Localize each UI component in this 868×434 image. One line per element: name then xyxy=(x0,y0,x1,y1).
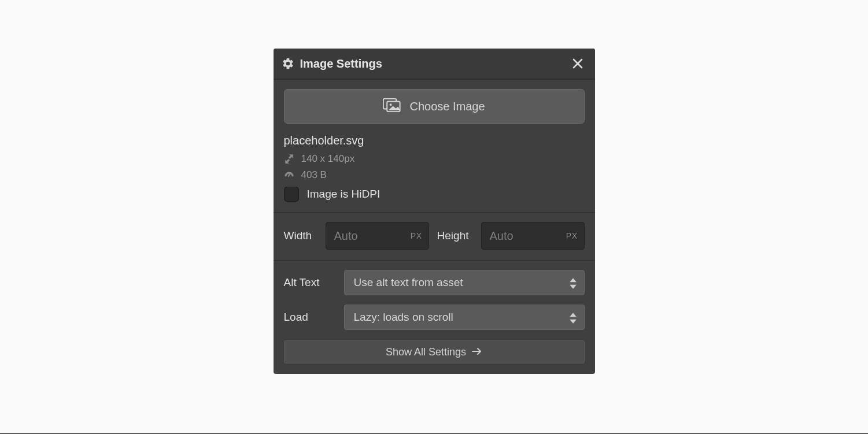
alt-text-label: Alt Text xyxy=(284,276,336,289)
filesize-icon xyxy=(284,170,294,180)
file-dimensions: 140 x 140px xyxy=(301,153,355,165)
arrow-right-icon xyxy=(472,346,482,358)
file-dimensions-row: 140 x 140px xyxy=(284,153,585,165)
hidpi-checkbox[interactable] xyxy=(284,187,299,202)
image-settings-panel: Image Settings Choose Image placeholder.… xyxy=(274,49,595,374)
dimensions-section: Width PX Height PX xyxy=(274,212,595,260)
options-section: Alt Text Use alt text from asset Load La… xyxy=(274,260,595,340)
updown-icon xyxy=(569,277,577,288)
height-unit: PX xyxy=(566,231,578,240)
alt-text-select[interactable]: Use alt text from asset xyxy=(344,270,585,295)
show-all-label: Show All Settings xyxy=(386,346,466,358)
show-all-settings-button[interactable]: Show All Settings xyxy=(284,340,585,363)
updown-icon xyxy=(569,312,577,322)
load-label: Load xyxy=(284,311,336,324)
load-value: Lazy: loads on scroll xyxy=(354,311,453,324)
alt-text-value: Use alt text from asset xyxy=(354,276,463,289)
choose-image-button[interactable]: Choose Image xyxy=(284,89,585,124)
height-label: Height xyxy=(437,229,473,242)
file-size-row: 403 B xyxy=(284,169,585,181)
panel-header: Image Settings xyxy=(274,49,595,79)
hidpi-row: Image is HiDPI xyxy=(284,187,585,202)
choose-image-section: Choose Image placeholder.svg 140 x 140px… xyxy=(274,79,595,212)
panel-title: Image Settings xyxy=(300,57,571,71)
svg-rect-5 xyxy=(287,173,290,177)
width-unit: PX xyxy=(411,231,422,240)
file-info: placeholder.svg 140 x 140px 403 B Image … xyxy=(284,134,585,202)
hidpi-label: Image is HiDPI xyxy=(307,188,381,201)
footer-section: Show All Settings xyxy=(274,340,595,374)
gear-icon xyxy=(282,57,294,70)
image-icon xyxy=(383,98,401,115)
load-select[interactable]: Lazy: loads on scroll xyxy=(344,305,585,330)
width-label: Width xyxy=(284,229,317,242)
file-size: 403 B xyxy=(301,169,327,181)
svg-point-4 xyxy=(390,103,392,106)
close-button[interactable] xyxy=(571,57,585,71)
dimensions-icon xyxy=(284,154,294,164)
file-name: placeholder.svg xyxy=(284,134,585,147)
choose-image-label: Choose Image xyxy=(409,100,485,113)
